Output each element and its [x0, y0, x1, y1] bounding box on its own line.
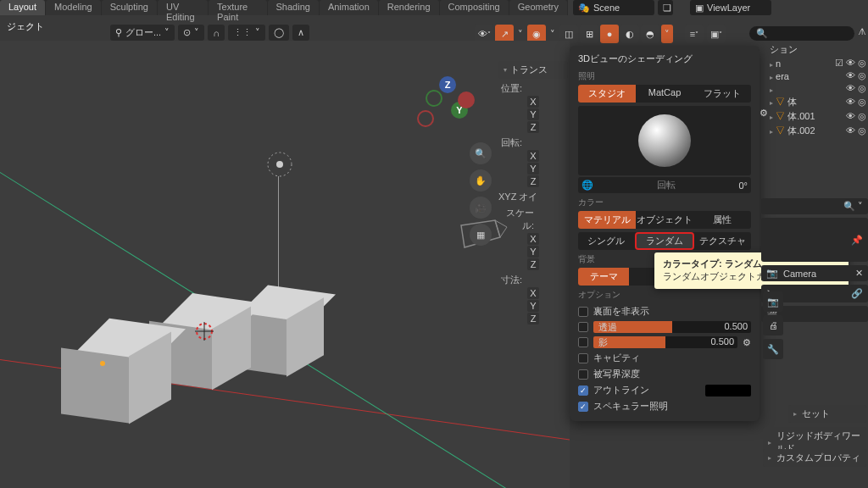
- transform-rotation: 回転: XYZ: [498, 136, 568, 187]
- tab-shading[interactable]: Shading: [268, 0, 319, 15]
- outliner-row-0[interactable]: ▸ n☑ 👁 ◎: [768, 57, 868, 69]
- chk-specular[interactable]: ✓スペキュラー照明: [578, 398, 751, 414]
- filter-icon[interactable]: ⩚: [858, 26, 867, 36]
- dim-y[interactable]: Y: [527, 300, 539, 312]
- rot-y[interactable]: Y: [527, 163, 539, 175]
- gizmo-y-neg[interactable]: [426, 90, 442, 107]
- shadow-slider[interactable]: 影0.500: [593, 336, 737, 348]
- tab-animation[interactable]: Animation: [320, 0, 378, 15]
- ptab-render[interactable]: 📷: [763, 291, 783, 312]
- shading-wire[interactable]: ⊞: [580, 25, 598, 43]
- tab-texture-paint[interactable]: Texture Paint: [209, 0, 266, 15]
- tab-modeling[interactable]: Modeling: [46, 0, 101, 15]
- outliner-row-2[interactable]: ▸ 👁 ◎: [768, 82, 868, 95]
- color-material[interactable]: マテリアル: [578, 211, 636, 229]
- viewlayer-field[interactable]: ▣ ViewLayer: [690, 0, 771, 15]
- scale-z[interactable]: Z: [527, 258, 539, 270]
- tab-layout[interactable]: Layout: [0, 0, 45, 15]
- camera-chip[interactable]: 📷 Camera ✕: [761, 265, 868, 281]
- chk-xray[interactable]: 透過0.500: [578, 319, 751, 335]
- light-widget[interactable]: [263, 147, 297, 181]
- properties-search[interactable]: 🔍 ˅: [761, 198, 868, 214]
- tab-compositing[interactable]: Compositing: [440, 0, 509, 15]
- orientation-label: グロー...: [125, 26, 161, 39]
- close-icon[interactable]: ✕: [855, 268, 863, 279]
- dim-z[interactable]: Z: [527, 313, 539, 324]
- outliner-row-3[interactable]: ▸ ▽ 体👁 ◎: [768, 95, 868, 109]
- gizmo-z[interactable]: Z: [439, 76, 456, 93]
- tab-geometry[interactable]: Geometry: [509, 0, 567, 15]
- scale-x[interactable]: X: [527, 233, 539, 245]
- outliner-search[interactable]: 🔍: [749, 26, 854, 41]
- pivot-dropdown[interactable]: ⊙˅: [178, 25, 204, 41]
- lighting-matcap[interactable]: MatCap: [636, 85, 693, 103]
- outliner-display-mode[interactable]: ≡˅: [685, 25, 704, 43]
- ptab-output[interactable]: 🖨: [763, 315, 783, 336]
- accordion-customprops[interactable]: ▸カスタムプロパティ: [763, 449, 866, 467]
- snap-toggle[interactable]: ∩: [208, 25, 225, 41]
- gizmo-x[interactable]: [417, 110, 434, 127]
- xray-slider[interactable]: 透過0.500: [593, 321, 751, 333]
- outliner-row-5[interactable]: ▸ ▽ 体.002👁 ◎: [768, 124, 868, 138]
- viewport-3d[interactable]: Y Z 🔍 ✋ 🎥 ▦: [0, 41, 570, 488]
- chk-dof[interactable]: 被写界深度: [578, 366, 751, 382]
- search-input[interactable]: [773, 29, 841, 39]
- scene-field[interactable]: 🎭 Scene: [573, 0, 654, 15]
- shading-rendered[interactable]: ◓: [641, 25, 659, 43]
- gizmo-x-neg[interactable]: [458, 92, 475, 108]
- dim-x[interactable]: X: [527, 287, 539, 299]
- chk-backface[interactable]: 裏面を非表示: [578, 303, 751, 319]
- tab-sculpting[interactable]: Sculpting: [102, 0, 157, 15]
- loc-z[interactable]: Z: [527, 121, 539, 133]
- zoom-tool[interactable]: 🔍: [470, 142, 492, 164]
- outliner-row-4[interactable]: ▸ ▽ 体.001👁 ◎: [768, 109, 868, 124]
- proportional-toggle[interactable]: ◯: [269, 25, 289, 41]
- shading-dropdown[interactable]: ˅: [661, 25, 673, 43]
- proportional-curve[interactable]: ∧: [292, 25, 309, 41]
- outliner-new-collection[interactable]: ▣˅: [707, 25, 726, 43]
- world-icon[interactable]: 🌐: [581, 180, 593, 191]
- rotation-value[interactable]: 0°: [738, 180, 748, 191]
- pin-icon[interactable]: 📌: [851, 235, 863, 246]
- gear-icon[interactable]: ⚙: [743, 337, 751, 348]
- shading-solid[interactable]: ●: [600, 25, 619, 43]
- color-single[interactable]: シングル: [578, 232, 635, 250]
- snap-type[interactable]: ⋮⋮˅: [228, 25, 265, 41]
- rot-x[interactable]: X: [527, 150, 539, 162]
- accordion-preset[interactable]: ▸セット: [788, 405, 866, 423]
- scale-y[interactable]: Y: [527, 246, 539, 258]
- studio-preview[interactable]: [578, 106, 751, 175]
- chk-outline[interactable]: ✓アウトライン: [578, 382, 751, 398]
- outliner-row-1[interactable]: ▸ era👁 ◎: [768, 69, 868, 82]
- lighting-flat[interactable]: フラット: [693, 85, 751, 103]
- color-object[interactable]: オブジェクト: [636, 211, 693, 229]
- search-icon: 🔍: [756, 28, 768, 39]
- euler-label[interactable]: XYZ オイ: [498, 191, 542, 203]
- pan-tool[interactable]: ✋: [470, 169, 492, 191]
- persp-ortho-tool[interactable]: ▦: [470, 224, 492, 246]
- shading-matprev[interactable]: ◐: [620, 25, 639, 43]
- properties-pin[interactable]: 📌: [761, 218, 868, 262]
- axis-gizmo[interactable]: Y Z: [414, 73, 473, 132]
- n-panel-header[interactable]: ▾トランス: [498, 61, 568, 79]
- gear-icon[interactable]: ⚙: [760, 108, 768, 119]
- chk-shadow[interactable]: 影0.500 ⚙: [578, 335, 751, 350]
- loc-y[interactable]: Y: [527, 108, 539, 120]
- link-icon[interactable]: 🔗: [851, 288, 863, 299]
- orientation-dropdown[interactable]: ⚲ グロー... ˅: [110, 25, 175, 41]
- outline-color[interactable]: [705, 385, 751, 396]
- rot-z[interactable]: Z: [527, 175, 539, 187]
- loc-x[interactable]: X: [527, 96, 539, 108]
- color-texture[interactable]: テクスチャ: [694, 232, 751, 250]
- bg-theme[interactable]: テーマ: [578, 268, 629, 286]
- scene-new[interactable]: ❏: [658, 0, 673, 15]
- lighting-studio[interactable]: スタジオ: [578, 85, 636, 103]
- color-random[interactable]: ランダム: [635, 232, 695, 250]
- chk-cavity[interactable]: キャビティ: [578, 350, 751, 366]
- camera-view-tool[interactable]: 🎥: [470, 197, 492, 219]
- ptab-scene[interactable]: 🔧: [763, 339, 783, 359]
- color-attribute[interactable]: 属性: [693, 211, 751, 229]
- tab-uv-editing[interactable]: UV Editing: [158, 0, 208, 15]
- tab-rendering[interactable]: Rendering: [379, 0, 439, 15]
- cursor-3d: [193, 320, 215, 342]
